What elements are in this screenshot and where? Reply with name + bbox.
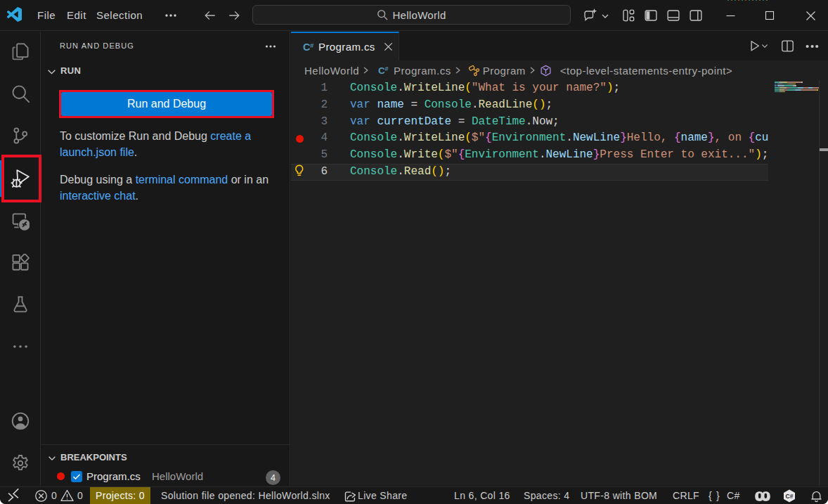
svg-text:#: # [310, 41, 314, 49]
svg-text:C#: C# [786, 493, 794, 500]
svg-text:#: # [385, 65, 389, 72]
